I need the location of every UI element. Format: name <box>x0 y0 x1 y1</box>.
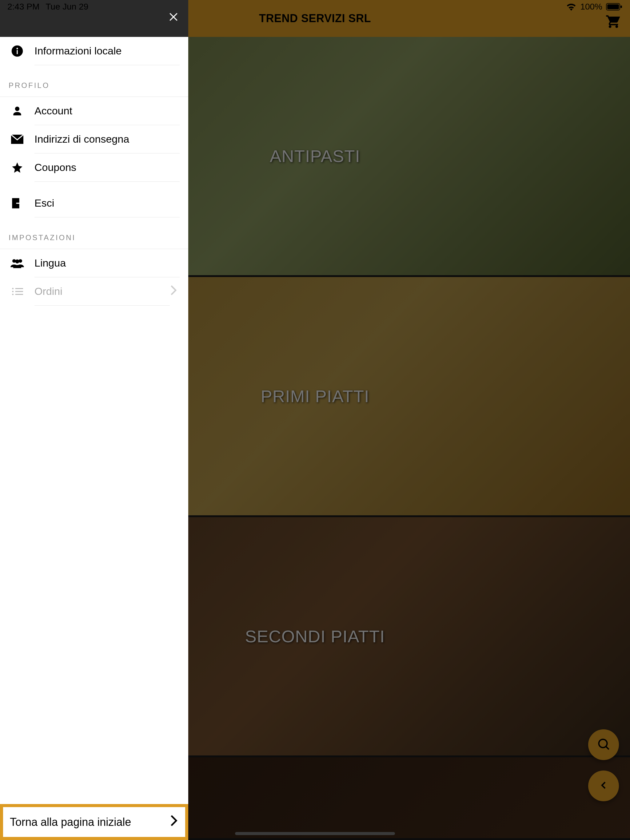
section-header-profile: PROFILO <box>0 69 188 97</box>
sidebar-item-label: Esci <box>35 189 180 217</box>
chevron-right-icon <box>170 285 180 298</box>
wifi-icon <box>566 3 576 11</box>
list-icon <box>9 287 26 296</box>
sidebar-item-label: Account <box>35 97 180 125</box>
person-icon <box>9 105 26 117</box>
sidebar-item-label: Coupons <box>35 153 180 182</box>
sidebar-content: Informazioni locale PROFILO Account Indi… <box>0 37 188 804</box>
sidebar-item-coupons[interactable]: Coupons <box>0 153 188 182</box>
status-bar: 2:43 PM Tue Jun 29 100% <box>0 0 630 14</box>
sidebar-item-info[interactable]: Informazioni locale <box>0 37 188 65</box>
people-icon <box>9 258 26 268</box>
svg-point-9 <box>17 47 18 49</box>
sidebar-item-label: Indirizzi di consegna <box>35 125 180 153</box>
sidebar-item-addresses[interactable]: Indirizzi di consegna <box>0 125 188 153</box>
sidebar-item-account[interactable]: Account <box>0 97 188 125</box>
sidebar-item-orders[interactable]: Ordini <box>0 277 188 306</box>
star-icon <box>9 161 26 174</box>
sidebar-item-label: Ordini <box>35 277 170 306</box>
sidebar-item-language[interactable]: Lingua <box>0 249 188 277</box>
svg-point-17 <box>12 291 14 292</box>
home-button-label: Torna alla pagina iniziale <box>10 816 131 829</box>
logout-icon <box>9 197 26 209</box>
sidebar-footer: Torna alla pagina iniziale <box>0 804 188 840</box>
status-battery-pct: 100% <box>580 2 602 12</box>
info-icon <box>9 45 26 57</box>
sidebar-item-label: Informazioni locale <box>35 37 180 65</box>
chevron-right-icon <box>169 815 179 829</box>
sidebar-item-logout[interactable]: Esci <box>0 189 188 217</box>
section-header-settings: IMPOSTAZIONI <box>0 221 188 249</box>
status-date: Tue Jun 29 <box>46 2 88 12</box>
svg-point-15 <box>12 288 14 289</box>
svg-rect-3 <box>607 4 619 9</box>
sidebar-item-label: Lingua <box>35 249 180 277</box>
svg-point-19 <box>12 294 14 295</box>
battery-icon <box>606 3 623 11</box>
status-time: 2:43 PM <box>7 2 40 12</box>
svg-rect-8 <box>17 50 17 54</box>
mail-icon <box>9 135 26 144</box>
sidebar-drawer: Informazioni locale PROFILO Account Indi… <box>0 0 188 840</box>
home-button[interactable]: Torna alla pagina iniziale <box>3 807 185 837</box>
svg-rect-4 <box>621 6 622 8</box>
svg-point-14 <box>15 259 19 264</box>
